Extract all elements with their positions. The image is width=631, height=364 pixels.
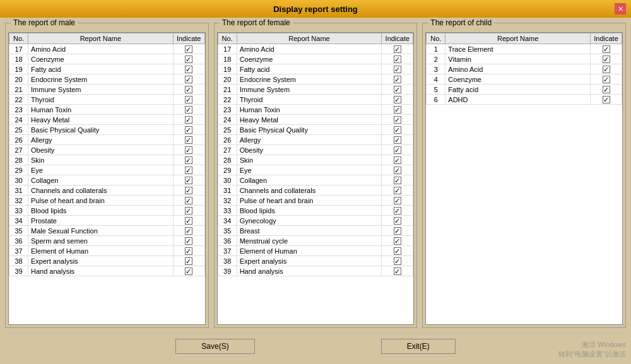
indicate-checkbox[interactable] [394,116,401,124]
indicate-checkbox[interactable] [394,76,401,83]
row-report-name: Breast [237,226,382,236]
close-button[interactable]: ✕ [615,3,626,15]
table-row: 24Heavy Metal [9,115,205,125]
indicate-checkbox[interactable] [394,126,401,134]
indicate-checkbox[interactable] [185,106,192,114]
table-row: 34Gynecology [218,216,413,226]
col-header-no.: No. [427,33,445,44]
indicate-checkbox[interactable] [185,56,192,63]
indicate-checkbox[interactable] [394,45,401,53]
indicate-checkbox[interactable] [394,56,401,63]
table-row: 35Breast [218,226,413,236]
indicate-checkbox[interactable] [394,187,401,194]
indicate-checkbox[interactable] [394,66,401,73]
row-number: 29 [218,165,237,175]
row-report-name: Pulse of heart and brain [237,196,382,206]
table-row: 33Blood lipids [9,206,205,216]
row-indicate-cell [173,185,204,196]
row-report-name: Heavy Metal [28,115,174,125]
indicate-checkbox[interactable] [603,86,610,93]
indicate-checkbox[interactable] [185,227,192,235]
row-number: 6 [427,95,445,105]
row-number: 35 [218,226,237,236]
indicate-checkbox[interactable] [185,257,192,265]
row-indicate-cell [173,145,204,155]
row-indicate-cell [591,95,622,105]
row-number: 17 [218,44,237,54]
row-indicate-cell [173,85,204,95]
indicate-checkbox[interactable] [603,56,610,63]
table-row: 28Skin [218,155,413,165]
indicate-checkbox[interactable] [185,76,192,83]
indicate-checkbox[interactable] [185,136,192,144]
indicate-checkbox[interactable] [394,96,401,103]
row-report-name: Sperm and semen [28,236,174,246]
indicate-checkbox[interactable] [394,217,401,225]
row-report-name: Skin [28,155,174,165]
row-report-name: Menstrual cycle [237,236,382,246]
row-report-name: Channels and collaterals [28,185,174,196]
table-row: 19Fatty acid [218,64,413,74]
indicate-checkbox[interactable] [185,156,192,164]
row-number: 23 [9,105,28,115]
indicate-checkbox[interactable] [185,66,192,73]
row-number: 34 [9,216,28,226]
indicate-checkbox[interactable] [394,136,401,144]
indicate-checkbox[interactable] [394,106,401,114]
indicate-checkbox[interactable] [394,156,401,164]
table-row: 20Endocrine System [218,74,413,85]
indicate-checkbox[interactable] [394,267,401,275]
indicate-checkbox[interactable] [185,96,192,103]
indicate-checkbox[interactable] [603,96,610,103]
indicate-checkbox[interactable] [185,146,192,154]
indicate-checkbox[interactable] [394,257,401,265]
indicate-checkbox[interactable] [603,76,610,83]
indicate-checkbox[interactable] [185,237,192,245]
panel-female: The report of femaleNo.Report NameIndica… [214,23,418,328]
table-container-child[interactable]: No.Report NameIndicate1Trace Element2Vit… [425,32,623,325]
table-row: 39Hand analysis [218,266,413,276]
row-indicate-cell [382,85,413,95]
indicate-checkbox[interactable] [394,227,401,235]
indicate-checkbox[interactable] [394,197,401,204]
indicate-checkbox[interactable] [185,167,192,174]
table-row: 27Obesity [218,145,413,155]
indicate-checkbox[interactable] [603,66,610,73]
indicate-checkbox[interactable] [394,207,401,214]
indicate-checkbox[interactable] [603,45,610,53]
row-number: 19 [218,64,237,74]
row-report-name: Blood lipids [237,206,382,216]
row-report-name: Channels and collaterals [237,185,382,196]
row-number: 18 [9,54,28,64]
indicate-checkbox[interactable] [185,116,192,124]
indicate-checkbox[interactable] [394,237,401,245]
row-number: 18 [218,54,237,64]
table-container-male[interactable]: No.Report NameIndicate17Amino Acid18Coen… [8,32,206,325]
indicate-checkbox[interactable] [394,167,401,174]
indicate-checkbox[interactable] [185,267,192,275]
indicate-checkbox[interactable] [394,86,401,93]
row-number: 29 [9,165,28,175]
indicate-checkbox[interactable] [185,207,192,214]
table-container-female[interactable]: No.Report NameIndicate17Amino Acid18Coen… [217,32,415,325]
exit-button[interactable]: Exit(E) [381,339,456,354]
row-indicate-cell [173,105,204,115]
table-row: 36Sperm and semen [9,236,205,246]
table-male: No.Report NameIndicate17Amino Acid18Coen… [9,33,205,276]
indicate-checkbox[interactable] [185,126,192,134]
row-number: 24 [9,115,28,125]
indicate-checkbox[interactable] [185,197,192,204]
indicate-checkbox[interactable] [185,86,192,93]
indicate-checkbox[interactable] [394,146,401,154]
row-indicate-cell [173,64,204,74]
indicate-checkbox[interactable] [185,217,192,225]
indicate-checkbox[interactable] [394,247,401,255]
indicate-checkbox[interactable] [185,187,192,194]
indicate-checkbox[interactable] [185,247,192,255]
indicate-checkbox[interactable] [185,45,192,53]
indicate-checkbox[interactable] [394,177,401,184]
row-indicate-cell [173,54,204,64]
indicate-checkbox[interactable] [185,177,192,184]
save-button[interactable]: Save(S) [175,339,254,354]
row-indicate-cell [173,175,204,185]
